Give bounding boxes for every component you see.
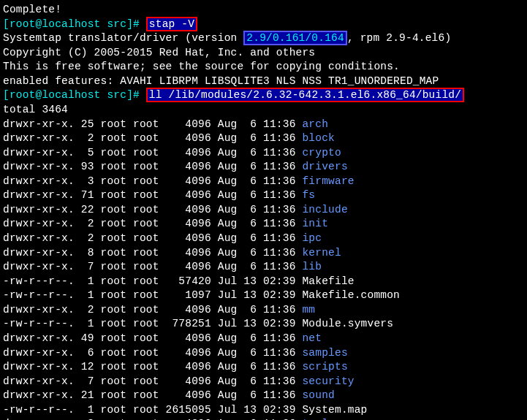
listing-row: drwxr-xr-x. 8 root root 4096 Aug 6 11:36…	[3, 246, 524, 261]
prompt-text: [root@localhost src]#	[3, 89, 140, 101]
total-line: total 3464	[3, 103, 524, 118]
listing-row: drwxr-xr-x. 71 root root 4096 Aug 6 11:3…	[3, 188, 524, 203]
file-name: block	[302, 132, 335, 144]
listing-row: drwxr-xr-x. 7 root root 4096 Aug 6 11:36…	[3, 260, 524, 275]
file-name: drivers	[302, 161, 347, 172]
file-name: firmware	[302, 175, 354, 187]
stap-version-line: Systemtap translator/driver (version 2.9…	[3, 31, 524, 46]
file-name: System.map	[302, 404, 367, 416]
listing-row: drwxr-xr-x. 3 root root 4096 Aug 6 11:36…	[3, 175, 524, 189]
freesoftware-line: This is free software; see the source fo…	[3, 60, 524, 75]
listing-row: drwxr-xr-x. 25 root root 4096 Aug 6 11:3…	[3, 118, 524, 132]
copyright-line: Copyright (C) 2005-2015 Red Hat, Inc. an…	[3, 46, 524, 61]
directory-listing: drwxr-xr-x. 25 root root 4096 Aug 6 11:3…	[3, 118, 524, 421]
listing-row: drwxr-xr-x. 5 root root 4096 Aug 6 11:36…	[3, 146, 524, 161]
listing-row: -rw-r--r--. 1 root root 1097 Jul 13 02:3…	[3, 289, 524, 303]
file-name: lib	[302, 261, 322, 272]
file-name: Makefile.common	[302, 289, 400, 301]
listing-row: drwxr-xr-x. 2 root root 4096 Aug 6 11:36…	[3, 131, 524, 146]
file-name: crypto	[302, 147, 341, 159]
listing-row: -rw-r--r--. 1 root root 57420 Jul 13 02:…	[3, 275, 524, 289]
file-name: init	[302, 218, 328, 229]
listing-row: drwxr-xr-x. 7 root root 4096 Aug 6 11:36…	[3, 375, 524, 389]
listing-row: drwxr-xr-x. 2 root root 4096 Aug 6 11:36…	[3, 217, 524, 232]
file-name: ipc	[302, 232, 322, 244]
file-name: net	[302, 332, 322, 344]
file-name: Module.symvers	[302, 318, 393, 329]
file-name: Makefile	[302, 275, 354, 287]
file-name: arch	[302, 118, 328, 130]
file-name: fs	[302, 189, 315, 201]
listing-row: drwxr-xr-x. 2 root root 4096 Aug 6 11:36…	[3, 303, 524, 318]
prompt-text: [root@localhost src]#	[3, 18, 140, 30]
listing-row: drwxr-xr-x. 12 root root 4096 Aug 6 11:3…	[3, 360, 524, 375]
complete-line: Complete!	[3, 3, 524, 18]
terminal-output: Complete! [root@localhost src]# stap -V …	[3, 3, 524, 420]
listing-row: drwxr-xr-x. 49 root root 4096 Aug 6 11:3…	[3, 332, 524, 346]
file-name: samples	[302, 347, 347, 359]
listing-row: drwxr-xr-x. 2 root root 4096 Aug 6 11:36…	[3, 232, 524, 246]
cmd-ll-modules: ll /lib/modules/2.6.32-642.3.1.el6.x86_6…	[146, 88, 464, 102]
listing-row: drwxr-xr-x. 6 root root 4096 Aug 6 11:36…	[3, 346, 524, 361]
features-line: enabled features: AVAHI LIBRPM LIBSQLITE…	[3, 75, 524, 89]
listing-row: drwxr-xr-x. 8 root root 4096 Aug 6 11:36…	[3, 417, 524, 420]
listing-row: drwxr-xr-x. 21 root root 4096 Aug 6 11:3…	[3, 389, 524, 403]
stap-version-box: 2.9/0.161/0.164	[243, 31, 347, 45]
file-name: security	[302, 375, 354, 387]
prompt-line-2[interactable]: [root@localhost src]# ll /lib/modules/2.…	[3, 88, 524, 103]
listing-row: drwxr-xr-x. 22 root root 4096 Aug 6 11:3…	[3, 203, 524, 218]
prompt-line-1[interactable]: [root@localhost src]# stap -V	[3, 18, 524, 32]
file-name: mm	[302, 304, 315, 316]
file-name: sound	[302, 389, 335, 401]
file-name: scripts	[302, 361, 347, 373]
listing-row: -rw-r--r--. 1 root root 778251 Jul 13 02…	[3, 317, 524, 332]
cmd-stap-v: stap -V	[146, 17, 197, 31]
file-name: include	[302, 204, 347, 215]
listing-row: drwxr-xr-x. 93 root root 4096 Aug 6 11:3…	[3, 160, 524, 175]
file-name: kernel	[302, 247, 341, 259]
listing-row: -rw-r--r--. 1 root root 2615095 Jul 13 0…	[3, 403, 524, 418]
